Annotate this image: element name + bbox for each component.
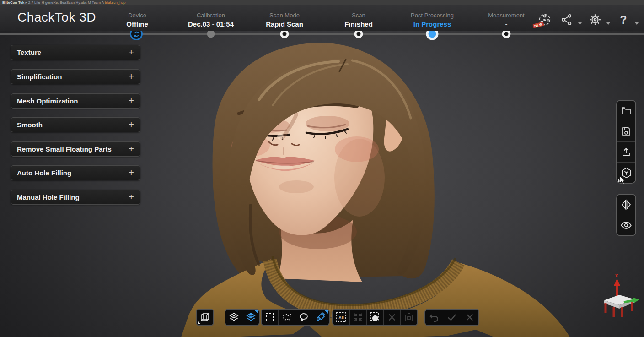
lasso-select-button[interactable] (295, 310, 312, 325)
invert-selection-button[interactable] (367, 310, 384, 325)
workflow-step-scan-mode[interactable]: Scan Mode Rapid Scan (243, 12, 326, 28)
step-label: Calibration (170, 12, 252, 19)
expand-plus-icon[interactable]: + (129, 47, 134, 57)
share-dropdown-caret[interactable] (578, 22, 582, 25)
perspective-cube-icon (199, 312, 210, 323)
cube-hexagon-icon (621, 167, 632, 179)
cancel-button[interactable] (461, 310, 478, 325)
step-label: Measurement (465, 12, 547, 19)
step-label: Scan (317, 12, 400, 19)
mirror-view-button[interactable] (617, 195, 635, 215)
axis-gizmo: x (596, 270, 641, 323)
rectangle-select-icon (264, 312, 275, 323)
delete-confirm-button[interactable] (401, 310, 417, 325)
panel-label: Texture (17, 49, 41, 56)
expand-plus-icon[interactable]: + (129, 71, 134, 81)
open-project-button[interactable] (617, 101, 635, 121)
window-title-path: ▸ 2.7 Lite-H geneXe; BeaScan Hy.abc M Te… (24, 0, 105, 5)
expand-plus-icon[interactable]: + (129, 192, 134, 201)
app-window: EliteCon Tok ▸ 2.7 Lite-H geneXe; BeaSca… (0, 0, 644, 337)
expand-plus-icon[interactable]: + (129, 168, 134, 177)
submenu-corner-mark (618, 179, 621, 182)
panel-label: Auto Hole Filling (17, 169, 71, 177)
share-icon (560, 13, 573, 26)
delete-x-icon (387, 312, 397, 322)
model-library-button[interactable] (617, 163, 635, 183)
select-all-label: All (338, 315, 344, 320)
window-title-file: trial.scn_hop (105, 0, 125, 5)
expand-plus-icon[interactable]: + (129, 96, 134, 105)
save-icon (621, 126, 632, 137)
expand-plus-icon[interactable]: + (129, 144, 134, 153)
view-toolbar-group (616, 194, 636, 236)
folder-icon (621, 105, 632, 116)
close-x-icon (465, 312, 475, 322)
export-model-button[interactable] (617, 142, 635, 163)
panel-label: Mesh Optimization (17, 97, 78, 105)
settings-dropdown-caret[interactable] (606, 22, 610, 25)
undo-icon (429, 312, 440, 323)
upload-icon (621, 147, 632, 158)
selection-edit-group: All (332, 309, 418, 326)
delete-selected-button[interactable] (384, 310, 401, 325)
help-icon: ? (620, 14, 627, 26)
step-value: Finished (317, 20, 400, 28)
brush-select-button[interactable] (312, 310, 329, 325)
step-value: In Progress (391, 20, 473, 28)
expand-plus-icon[interactable]: + (129, 120, 134, 129)
panel-label: Remove Small Floating Parts (17, 145, 112, 153)
layer-group (225, 309, 260, 326)
window-titlebar: EliteCon Tok ▸ 2.7 Lite-H geneXe; BeaSca… (0, 0, 644, 5)
deselect-icon (353, 312, 364, 323)
invert-selection-icon (369, 311, 381, 323)
help-dropdown-caret[interactable] (635, 22, 639, 25)
brush-icon (315, 312, 326, 323)
panel-auto-hole-filling[interactable]: Auto Hole Filling + (11, 165, 140, 180)
step-label: Post Processing (391, 12, 473, 19)
step-label: Device (96, 12, 178, 19)
panel-texture[interactable]: Texture + (11, 45, 140, 60)
app-logo: ChackTok 3D (17, 10, 96, 25)
panel-remove-small-floating-parts[interactable]: Remove Small Floating Parts + (11, 141, 140, 157)
share-button[interactable] (558, 11, 575, 28)
step-value: Dec.03 - 01:54 (170, 20, 252, 28)
polygon-select-icon (281, 312, 292, 323)
sync-icon (134, 31, 140, 37)
viewport-mode-group (196, 309, 214, 326)
visibility-button[interactable] (617, 215, 635, 235)
workflow-step-scan[interactable]: Scan Finished (317, 12, 400, 28)
workflow-step-post-processing[interactable]: Post Processing In Progress (391, 12, 473, 28)
rectangle-select-button[interactable] (262, 310, 279, 325)
step-value: Offline (96, 20, 178, 28)
layers-button[interactable] (225, 310, 242, 325)
deselect-button[interactable] (350, 310, 367, 325)
panel-label: Manual Hole Filling (17, 193, 80, 201)
help-button[interactable]: ? (615, 11, 632, 28)
select-all-button[interactable]: All (333, 310, 350, 325)
layers-selected-button[interactable] (242, 310, 259, 325)
settings-gear-icon (588, 13, 602, 27)
panel-manual-hole-filling[interactable]: Manual Hole Filling + (11, 190, 140, 205)
file-toolbar-group (616, 100, 636, 184)
calibration-news-button[interactable]: NEW (536, 11, 553, 28)
workflow-step-calibration[interactable]: Calibration Dec.03 - 01:54 (170, 12, 252, 28)
selection-tools-group (261, 309, 330, 326)
header-icon-bar: NEW ? (536, 11, 639, 28)
step-label: Scan Mode (243, 12, 326, 19)
workflow-step-device[interactable]: Device Offline (96, 12, 178, 28)
layers-selected-icon (245, 312, 257, 323)
gizmo-up-axis-label: x (615, 272, 618, 279)
confirm-actions-group (424, 309, 479, 326)
step-value: Rapid Scan (243, 20, 326, 28)
layers-icon (228, 312, 240, 323)
viewport-cube-button[interactable] (197, 310, 213, 325)
save-project-button[interactable] (617, 121, 635, 142)
select-all-icon: All (335, 311, 347, 323)
confirm-button[interactable] (443, 310, 461, 325)
panel-mesh-optimization[interactable]: Mesh Optimization + (11, 93, 140, 109)
panel-simplification[interactable]: Simplification + (11, 69, 140, 84)
settings-button[interactable] (586, 11, 604, 28)
panel-smooth[interactable]: Smooth + (11, 117, 140, 132)
polygon-select-button[interactable] (279, 310, 295, 325)
undo-button[interactable] (425, 310, 443, 325)
